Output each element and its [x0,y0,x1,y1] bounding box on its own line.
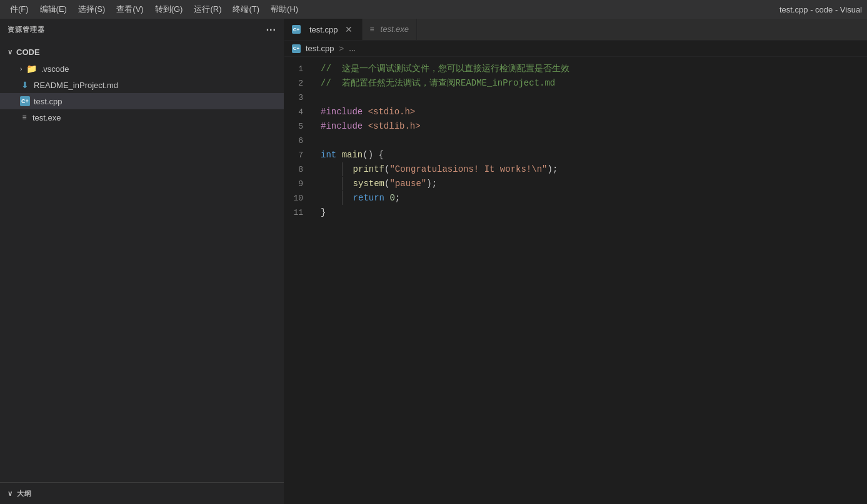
tree-root-code[interactable]: ∨ CODE [0,43,284,61]
file-tree: ∨ CODE › 📁 .vscode ⬇ README_inProject.md… [0,41,284,482]
tab-testexe[interactable]: ≡ test.exe [363,19,418,40]
outline-label: 大纲 [17,489,32,498]
line-number: 3 [284,91,316,105]
tree-item-readme[interactable]: ⬇ README_inProject.md [0,77,284,93]
line-content: system("pause"); [316,177,867,190]
line-number: 5 [284,120,316,134]
line-content [316,91,867,104]
window-title: test.cpp - code - Visual [779,5,862,14]
tab-close-button[interactable]: ✕ [343,24,354,35]
line-content: int main() { [316,148,867,162]
tree-item-testexe[interactable]: ≡ test.exe [0,109,284,126]
code-line-10: 10 return 0; [284,191,867,205]
menu-terminal[interactable]: 终端(T) [228,1,264,17]
main-layout: 资源管理器 ··· ∨ CODE › 📁 .vscode ⬇ README_in… [0,19,867,504]
line-content: // 这是一个调试测试文件，您可以直接运行检测配置是否生效 [316,62,867,76]
menubar: 件(F) 编辑(E) 选择(S) 查看(V) 转到(G) 运行(R) 终端(T)… [0,0,867,19]
line-content: #include <stdio.h> [316,105,867,119]
cpp-icon: C+ [20,96,30,106]
breadcrumb-cpp-icon: C+ [292,44,301,53]
outline-arrow-icon: ∨ [8,490,13,498]
menu-selection[interactable]: 选择(S) [73,1,110,17]
root-arrow-icon: ∨ [8,48,13,56]
line-number: 10 [284,192,316,205]
line-number: 8 [284,163,316,177]
tree-item-label: test.exe [33,113,61,122]
breadcrumb-context[interactable]: ... [349,44,356,53]
line-number: 7 [284,149,316,162]
code-line-8: 8 printf("Congratulasions! It works!\n")… [284,162,867,177]
line-content: } [316,205,867,219]
line-number: 11 [284,206,316,220]
code-line-7: 7 int main() { [284,148,867,162]
tab-testcpp[interactable]: C+ test.cpp ✕ [284,19,363,40]
line-number: 6 [284,134,316,148]
menu-file[interactable]: 件(F) [5,1,34,17]
line-content: printf("Congratulasions! It works!\n"); [316,162,867,176]
breadcrumb: C+ test.cpp > ... [284,41,867,57]
code-line-4: 4 #include <stdio.h> [284,105,867,119]
tab-label: test.exe [381,24,409,34]
line-content: // 若配置任然无法调试，请查阅README_inProject.md [316,76,867,90]
line-number: 2 [284,77,316,91]
tree-item-label: test.cpp [34,97,63,106]
root-label: CODE [16,47,40,57]
sidebar-bottom: ∨ 大纲 [0,482,284,504]
breadcrumb-file[interactable]: test.cpp [306,44,334,53]
download-icon: ⬇ [20,80,30,90]
tree-item-testcpp[interactable]: C+ test.cpp [0,93,284,109]
sidebar-actions[interactable]: ··· [266,24,276,36]
code-line-9: 9 system("pause"); [284,177,867,191]
tab-exe-icon: ≡ [370,25,374,34]
code-line-11: 11 } [284,205,867,220]
line-content [316,134,867,147]
code-editor[interactable]: 1 // 这是一个调试测试文件，您可以直接运行检测配置是否生效 2 // 若配置… [284,57,867,504]
code-line-6: 6 [284,134,867,148]
explorer-label: 资源管理器 [8,25,45,34]
sidebar-header: 资源管理器 ··· [0,19,284,41]
tree-item-label: README_inProject.md [34,81,118,90]
code-line-3: 3 [284,91,867,105]
line-number: 4 [284,106,316,119]
editor-area: C+ test.cpp ✕ ≡ test.exe C+ test.cpp > .… [284,19,867,504]
menubar-left: 件(F) 编辑(E) 选择(S) 查看(V) 转到(G) 运行(R) 终端(T)… [5,1,303,17]
more-icon[interactable]: ··· [266,24,276,36]
tab-label: test.cpp [309,25,338,34]
tab-bar: C+ test.cpp ✕ ≡ test.exe [284,19,867,41]
tree-item-label: .vscode [41,64,69,74]
line-number: 1 [284,62,316,76]
line-number: 9 [284,177,316,191]
tree-item-vscode[interactable]: › 📁 .vscode [0,61,284,77]
menu-edit[interactable]: 编辑(E) [35,1,72,17]
sidebar: 资源管理器 ··· ∨ CODE › 📁 .vscode ⬇ README_in… [0,19,284,504]
menu-run[interactable]: 运行(R) [189,1,226,17]
line-content: return 0; [316,191,867,205]
menu-help[interactable]: 帮助(H) [266,1,303,17]
folder-icon: 📁 [26,64,38,74]
tab-cpp-icon: C+ [292,25,301,34]
code-line-5: 5 #include <stdlib.h> [284,119,867,134]
line-content: #include <stdlib.h> [316,119,867,133]
menu-goto[interactable]: 转到(G) [150,1,188,17]
breadcrumb-separator: > [339,44,344,53]
exe-icon: ≡ [20,113,29,122]
code-line-2: 2 // 若配置任然无法调试，请查阅README_inProject.md [284,76,867,91]
folder-arrow-icon: › [20,65,23,72]
menu-view[interactable]: 查看(V) [111,1,148,17]
code-line-1: 1 // 这是一个调试测试文件，您可以直接运行检测配置是否生效 [284,62,867,76]
